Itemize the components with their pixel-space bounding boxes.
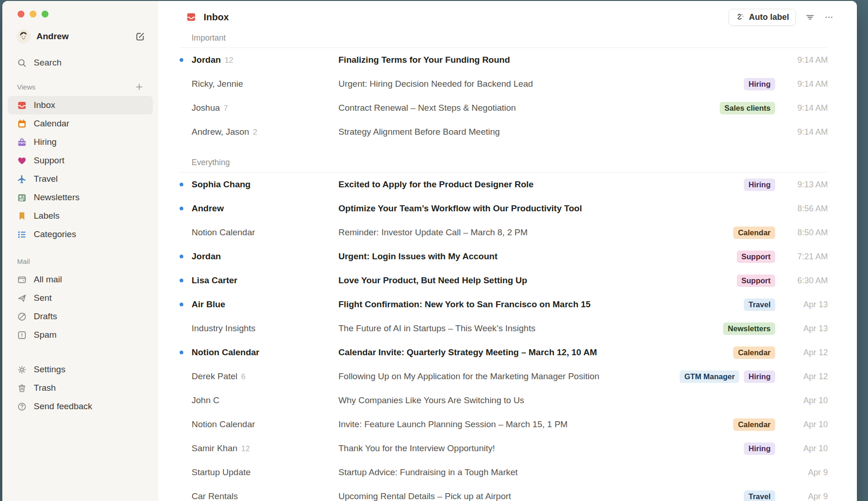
thread-count: 12 [224, 56, 233, 65]
more-icon[interactable] [824, 12, 834, 22]
label-badge-newsletters[interactable]: Newsletters [723, 322, 775, 335]
label-badge-calendar[interactable]: Calendar [733, 346, 775, 359]
views-list: InboxCalendarHiringSupportTravelNewslett… [2, 96, 158, 244]
add-view-icon[interactable] [135, 83, 144, 91]
unread-dot [180, 303, 183, 306]
sidebar-item-trash[interactable]: Trash [8, 379, 153, 397]
sidebar-item-travel[interactable]: Travel [8, 170, 153, 188]
sidebar-item-send-feedback[interactable]: Send feedback [8, 397, 153, 416]
filter-icon[interactable] [805, 12, 815, 22]
label-badge-hiring[interactable]: Hiring [744, 78, 775, 90]
minimize-window-button[interactable] [30, 11, 36, 18]
sidebar-item-drafts[interactable]: Drafts [8, 307, 153, 326]
label-badges: Calendar [733, 418, 775, 431]
unread-dot-column [180, 279, 192, 282]
email-sender: Notion Calendar [192, 347, 338, 358]
draft-icon [17, 312, 27, 322]
auto-label-button[interactable]: Auto label [729, 9, 796, 26]
sender-name: Notion Calendar [192, 419, 255, 429]
email-subject: Reminder: Investor Update Call – March 8… [338, 227, 726, 238]
views-section-header: Views [8, 81, 153, 92]
label-badge-hiring[interactable]: Hiring [744, 442, 775, 455]
sidebar-item-support[interactable]: Support [8, 151, 153, 170]
label-badge-calendar[interactable]: Calendar [733, 418, 775, 431]
list-icon [17, 230, 27, 239]
sidebar-item-label: Drafts [34, 311, 57, 322]
label-badge-support[interactable]: Support [737, 250, 775, 263]
sidebar-item-label: Support [34, 155, 65, 166]
email-row[interactable]: Industry InsightsThe Future of AI in Sta… [180, 316, 828, 340]
email-subject: Invite: Feature Launch Planning Session … [338, 419, 726, 429]
email-row[interactable]: AndrewOptimize Your Team’s Workflow with… [180, 197, 828, 221]
views-header-label: Views [17, 83, 36, 91]
email-sender: Notion Calendar [192, 419, 338, 429]
email-sender: Startup Update [192, 467, 338, 477]
email-time: Apr 10 [782, 396, 828, 406]
unread-dot [180, 58, 183, 62]
label-badge-sales-clients[interactable]: Sales clients [720, 102, 775, 114]
sidebar-item-sent[interactable]: Sent [8, 289, 153, 307]
email-sender: Ricky, Jennie [192, 79, 338, 89]
email-row[interactable]: Notion CalendarCalendar Invite: Quarterl… [180, 340, 828, 364]
label-badge-calendar[interactable]: Calendar [733, 227, 775, 239]
email-row[interactable]: Joshua7Contract Renewal – Next Steps & N… [180, 96, 828, 120]
search-button[interactable]: Search [8, 54, 153, 72]
label-badge-hiring[interactable]: Hiring [744, 370, 775, 383]
sidebar-item-categories[interactable]: Categories [8, 225, 153, 244]
sidebar-item-hiring[interactable]: Hiring [8, 133, 153, 151]
email-subject: Why Companies Like Yours Are Switching t… [338, 395, 782, 406]
email-time: Apr 9 [782, 468, 828, 477]
email-subject: Upcoming Rental Details – Pick up at Air… [338, 491, 736, 501]
email-row[interactable]: Andrew, Jason2Strategy Alignment Before … [180, 120, 828, 144]
email-row[interactable]: Sophia ChangExcited to Apply for the Pro… [180, 173, 828, 197]
close-window-button[interactable] [18, 11, 24, 18]
label-badge-hiring[interactable]: Hiring [744, 179, 775, 191]
allmail-icon [17, 275, 27, 285]
sidebar-item-inbox[interactable]: Inbox [8, 96, 153, 114]
email-sender: Andrew, Jason2 [192, 127, 338, 137]
heart-icon [17, 156, 27, 166]
email-time: Apr 13 [782, 300, 828, 310]
email-time: 6:30 AM [782, 276, 828, 286]
email-subject: Calendar Invite: Quarterly Strategy Meet… [338, 347, 726, 358]
sidebar-item-all-mail[interactable]: All mail [8, 270, 153, 289]
email-row[interactable]: Samir Khan12Thank You for the Interview … [180, 436, 828, 460]
email-sender: Derek Patel6 [192, 371, 338, 382]
email-list: ImportantJordan12Finalizing Terms for Yo… [158, 30, 857, 501]
email-row[interactable]: Car RentalsUpcoming Rental Details – Pic… [180, 484, 828, 501]
user-name: Andrew [36, 31, 129, 42]
sent-icon [17, 293, 27, 303]
zoom-window-button[interactable] [42, 11, 48, 18]
email-row[interactable]: Lisa CarterLove Your Product, But Need H… [180, 268, 828, 292]
unread-dot [180, 183, 183, 186]
sender-name: Andrew [192, 203, 224, 214]
email-row[interactable]: Ricky, JennieUrgent: Hiring Decision Nee… [180, 72, 828, 96]
avatar[interactable] [17, 30, 30, 43]
sidebar-item-spam[interactable]: Spam [8, 326, 153, 344]
email-row[interactable]: Derek Patel6Following Up on My Applicati… [180, 364, 828, 388]
email-row[interactable]: Air BlueFlight Confirmation: New York to… [180, 292, 828, 316]
compose-icon[interactable] [135, 31, 145, 42]
sender-name: Andrew, Jason [192, 127, 249, 137]
email-row[interactable]: JordanUrgent: Login Issues with My Accou… [180, 245, 828, 268]
inbox-icon [17, 101, 27, 110]
email-row[interactable]: Jordan12Finalizing Terms for Your Fundin… [180, 48, 828, 72]
email-sender: Joshua7 [192, 103, 338, 113]
email-row[interactable]: Notion CalendarInvite: Feature Launch Pl… [180, 412, 828, 436]
label-badge-travel[interactable]: Travel [744, 490, 775, 501]
email-row[interactable]: Notion CalendarReminder: Investor Update… [180, 221, 828, 245]
sidebar-item-labels[interactable]: Labels [8, 207, 153, 225]
sidebar-item-calendar[interactable]: Calendar [8, 114, 153, 133]
label-badge-support[interactable]: Support [737, 274, 775, 287]
email-row[interactable]: John CWhy Companies Like Yours Are Switc… [180, 388, 828, 412]
email-time: 7:21 AM [782, 252, 828, 262]
label-badges: Calendar [733, 346, 775, 359]
email-row[interactable]: Startup UpdateStartup Advice: Fundraisin… [180, 460, 828, 484]
unread-dot-column [180, 351, 192, 354]
label-badge-gtm-manager[interactable]: GTM Manager [680, 370, 739, 383]
sidebar-item-newsletters[interactable]: Newsletters [8, 188, 153, 207]
label-badges: Support [737, 250, 775, 263]
sidebar-item-settings[interactable]: Settings [8, 360, 153, 379]
email-sender: Samir Khan12 [192, 443, 338, 453]
label-badge-travel[interactable]: Travel [744, 298, 775, 311]
